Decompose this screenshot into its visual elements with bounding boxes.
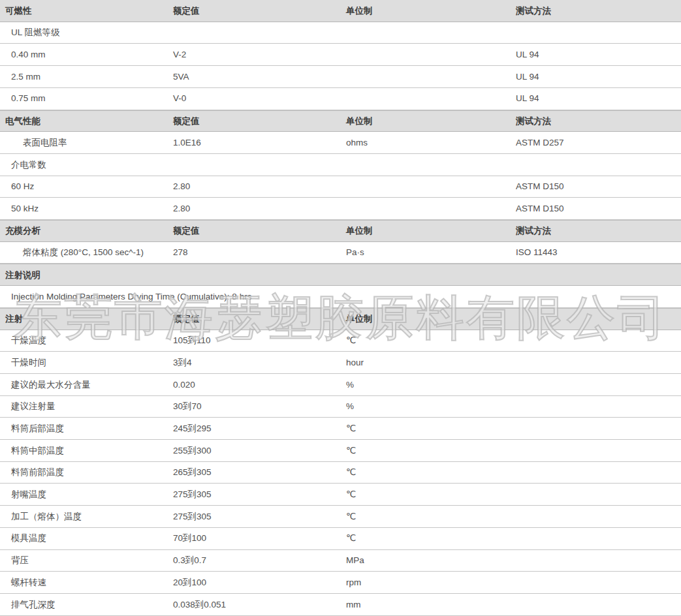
table-row: 表面电阻率1.0E16ohmsASTM D257: [0, 132, 681, 154]
header-cell: 单位制: [346, 117, 516, 126]
row-value: 105到110: [173, 336, 346, 345]
row-value: 70到100: [173, 534, 346, 543]
row-label: 螺杆转速: [0, 578, 173, 587]
row-method: ISO 11443: [516, 248, 681, 257]
row-value: 255到300: [173, 446, 346, 455]
table-row: 螺杆转速20到100rpm: [0, 572, 681, 594]
row-value: V-0: [173, 94, 346, 103]
header-cell: 额定值: [173, 7, 346, 16]
row-unit: ℃: [346, 490, 516, 499]
row-label: 介电常数: [0, 161, 173, 170]
row-unit: ohms: [346, 138, 516, 147]
row-method: ASTM D150: [516, 204, 681, 213]
header-cell: 额定值: [173, 117, 346, 126]
row-unit: %: [346, 380, 516, 390]
row-unit: ℃: [346, 424, 516, 433]
table-row: 建议注射量30到70%: [0, 396, 681, 418]
row-value: 2.80: [173, 204, 346, 213]
header-cell: 测试方法: [516, 7, 681, 16]
table-row: 建议的最大水分含量0.020%: [0, 374, 681, 396]
table-row: 料筒中部温度255到300℃: [0, 440, 681, 462]
row-method: UL 94: [516, 94, 681, 103]
header-cell: 额定值: [173, 226, 346, 236]
table-row: 射嘴温度275到305℃: [0, 484, 681, 506]
row-unit: ℃: [346, 468, 516, 477]
row-label: 表面电阻率: [0, 138, 173, 147]
table-row: 60 Hz2.80ASTM D150: [0, 176, 681, 198]
table-row: 0.75 mmV-0UL 94: [0, 88, 681, 110]
row-unit: rpm: [346, 578, 516, 587]
table-row: 熔体粘度 (280°C, 1500 sec^-1)278Pa·sISO 1144…: [0, 242, 681, 264]
row-label: 模具温度: [0, 534, 173, 543]
row-value: 5VA: [173, 72, 346, 82]
row-value: 0.020: [173, 380, 346, 390]
row-value: 20到100: [173, 578, 346, 587]
row-label: 加工（熔体）温度: [0, 512, 173, 521]
header-cell: 测试方法: [516, 226, 681, 236]
row-value: 0.038到0.051: [173, 600, 346, 609]
table-row: 料筒前部温度265到305℃: [0, 462, 681, 484]
row-unit: mm: [346, 600, 516, 609]
row-value: 1.0E16: [173, 138, 346, 147]
header-cell: 单位制: [346, 226, 516, 236]
row-value: 2.80: [173, 182, 346, 191]
row-value: 30到70: [173, 402, 346, 411]
table-row: 0.40 mmV-2UL 94: [0, 44, 681, 66]
table-row: 介电常数: [0, 154, 681, 176]
row-unit: %: [346, 402, 516, 411]
table-row: 料筒后部温度245到295℃: [0, 418, 681, 440]
row-label: 干燥温度: [0, 336, 173, 345]
section-header-row: 可燃性额定值单位制测试方法: [0, 0, 681, 22]
section-header-row: 注射额定值单位制: [0, 308, 681, 330]
table-row: 2.5 mm5VAUL 94: [0, 66, 681, 88]
row-unit: ℃: [346, 534, 516, 543]
table-rows: 可燃性额定值单位制测试方法UL 阻燃等级0.40 mmV-2UL 942.5 m…: [0, 0, 681, 616]
table-row: 加工（熔体）温度275到305℃: [0, 506, 681, 528]
table-row: 排气孔深度0.038到0.051mm: [0, 594, 681, 616]
row-unit: MPa: [346, 556, 516, 565]
row-unit: hour: [346, 358, 516, 367]
row-method: ASTM D257: [516, 138, 681, 147]
header-cell: 注射说明: [0, 271, 173, 280]
row-value: 3到4: [173, 358, 346, 367]
row-label: UL 阻燃等级: [0, 28, 173, 37]
row-label: 熔体粘度 (280°C, 1500 sec^-1): [0, 248, 173, 257]
row-label: 60 Hz: [0, 182, 173, 191]
row-label: 建议注射量: [0, 402, 173, 411]
row-unit: ℃: [346, 336, 516, 345]
row-unit: ℃: [346, 512, 516, 521]
header-cell: 注射: [0, 315, 173, 324]
section-header-row: 电气性能额定值单位制测试方法: [0, 110, 681, 132]
row-label: 射嘴温度: [0, 490, 173, 499]
row-method: UL 94: [516, 72, 681, 82]
row-label: 料筒前部温度: [0, 468, 173, 477]
row-label: 0.75 mm: [0, 94, 173, 103]
header-cell: 可燃性: [0, 7, 173, 16]
section-header-row: 充模分析额定值单位制测试方法: [0, 220, 681, 242]
section-header-row: 注射说明: [0, 264, 681, 286]
table-row: 50 kHz2.80ASTM D150: [0, 198, 681, 220]
header-cell: 单位制: [346, 7, 516, 16]
table-row: UL 阻燃等级: [0, 22, 681, 44]
row-value: 265到305: [173, 468, 346, 477]
row-value: 245到295: [173, 424, 346, 433]
row-label: 50 kHz: [0, 204, 173, 213]
table-row: 模具温度70到100℃: [0, 528, 681, 550]
row-value: 275到305: [173, 512, 346, 521]
row-value: 0.3到0.7: [173, 556, 346, 565]
row-value: 278: [173, 248, 346, 257]
material-spec-table: 可燃性额定值单位制测试方法UL 阻燃等级0.40 mmV-2UL 942.5 m…: [0, 0, 681, 616]
row-method: ASTM D150: [516, 182, 681, 191]
table-row: Injection Molding Parameters Drying Time…: [0, 286, 681, 308]
header-cell: 测试方法: [516, 117, 681, 126]
header-cell: 单位制: [346, 315, 516, 324]
row-label: 排气孔深度: [0, 600, 173, 609]
row-label: Injection Molding Parameters Drying Time…: [0, 292, 173, 301]
table-row: 干燥时间3到4hour: [0, 352, 681, 374]
row-label: 0.40 mm: [0, 50, 173, 59]
row-unit: Pa·s: [346, 248, 516, 257]
row-unit: ℃: [346, 446, 516, 455]
row-label: 料筒中部温度: [0, 446, 173, 455]
row-label: 建议的最大水分含量: [0, 380, 173, 390]
row-label: 料筒后部温度: [0, 424, 173, 433]
